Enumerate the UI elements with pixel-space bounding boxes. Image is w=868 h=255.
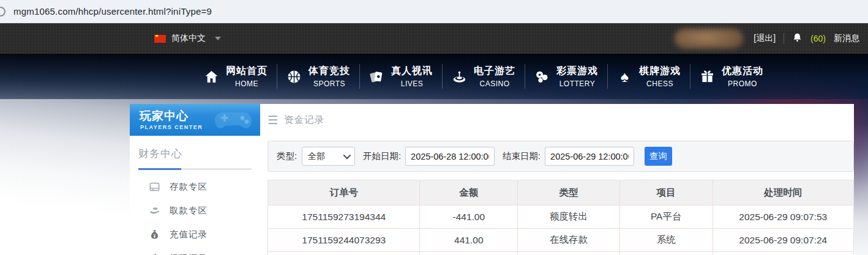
nav-item-promo[interactable]: 优惠活动PROMO [690,54,773,99]
col-header-order-no: 订单号 [268,180,420,205]
col-header-item: 项目 [620,180,713,205]
browser-url-bar[interactable]: mgm1065.com/hhcp/usercenter.html?iniType… [0,0,868,23]
players-center-subtitle: PLAYERS CENTER [140,124,203,130]
col-header-proc-time: 处理时间 [713,180,854,205]
page-title: 资金记录 [284,114,324,127]
wallet-icon [149,253,160,255]
username-redacted [675,28,743,49]
table-row: 1751159273194344 -441.00 额度转出 PA平台 2025-… [268,205,853,229]
cell-amount: 441.00 [420,229,518,252]
nav-label-zh: 棋牌游戏 [639,65,681,78]
language-label: 简体中文 [171,33,206,44]
table-header-row: 订单号 金额 类型 项目 处理时间 [268,180,853,205]
gamepad-watermark-icon [214,108,253,132]
chevron-down-icon [215,37,221,40]
section-underline [138,168,252,170]
nav-item-casino[interactable]: 电子游艺CASINO [443,54,525,99]
end-date-label: 结束日期: [503,150,541,162]
cell-order-no: 1751159273194344 [268,205,420,229]
divider [784,33,784,44]
type-select[interactable]: 全部 [302,147,355,166]
nav-item-lives[interactable]: 真人视讯LIVES [360,54,442,99]
nav-item-lottery[interactable]: 彩票游戏LOTTERY [525,54,607,99]
sidebar-item-deposit-zone[interactable]: 存款专区 [130,175,260,199]
url-text[interactable]: mgm1065.com/hhcp/usercenter.html?iniType… [13,6,212,17]
list-menu-icon: ☰ [268,114,278,126]
basketball-icon [286,69,302,84]
lottery-balls-icon [534,69,550,84]
sidebar-menu: 存款专区 取款专区 充值记录 [130,175,260,255]
query-button[interactable]: 查询 [645,147,672,166]
main-content: ☰ 资金记录 类型: 全部 开始日期: 结束日期: 查询 [268,104,854,255]
cell-order-no: 1751159244073293 [268,229,420,252]
chevron-down-icon [343,152,351,160]
nav-label-en: PROMO [728,79,757,88]
cards-icon [369,69,384,84]
table-row-partial [268,252,853,255]
roulette-icon [452,69,467,84]
bell-icon[interactable] [792,32,803,45]
end-date-input[interactable] [545,147,634,166]
cell-item: PA平台 [620,205,713,229]
nav-label-zh: 彩票游戏 [556,65,598,78]
sidebar-item-withdrawal-records[interactable]: 提现记录 [130,246,260,255]
cell-item: 系统 [620,229,713,252]
nav-label-en: LIVES [401,79,424,88]
nav-label-en: SPORTS [313,79,345,88]
nav-label-en: CASINO [479,79,509,88]
language-switcher[interactable]: ★★ 简体中文 [154,23,221,54]
sidebar: 玩家中心 PLAYERS CENTER 财务中心 存款专区 [130,104,260,255]
finance-center-section: 财务中心 [130,136,260,170]
main-navbar: 网站首页HOME 体育竞技SPORTS 真人视讯LIVES [0,54,868,99]
nav-item-home[interactable]: 网站首页HOME [195,54,277,99]
type-select-value: 全部 [308,151,325,162]
message-label[interactable]: 新消息 [834,33,859,44]
screen: mgm1065.com/hhcp/usercenter.html?iniType… [0,0,868,255]
filter-bar: 类型: 全部 开始日期: 结束日期: 查询 [268,141,854,172]
sidebar-item-label: 充值记录 [170,229,208,240]
content-panel: 玩家中心 PLAYERS CENTER 财务中心 存款专区 [130,104,854,255]
deposit-card-icon [149,181,160,193]
players-center-header[interactable]: 玩家中心 PLAYERS CENTER [130,104,260,136]
start-date-label: 开始日期: [363,150,401,162]
nav-label-zh: 真人视讯 [391,65,433,78]
type-label: 类型: [277,150,297,162]
cell-amount: -441.00 [420,205,518,229]
cell-type: 在线存款 [518,229,620,252]
nav-label-en: CHESS [646,79,673,88]
sidebar-item-label: 提现记录 [170,253,208,255]
money-bag-icon [149,229,160,240]
logout-link[interactable]: [退出] [754,33,776,44]
china-flag-icon: ★★ [154,35,166,43]
spade-icon: ♠ [617,69,632,84]
sidebar-item-label: 取款专区 [170,205,208,216]
message-count[interactable]: (60) [810,34,826,43]
sidebar-item-label: 存款专区 [170,181,208,193]
breadcrumb: ☰ 资金记录 [268,108,854,132]
start-date-input[interactable] [405,147,495,166]
nav-item-chess[interactable]: ♠ 棋牌游戏CHESS [608,54,690,99]
cell-type: 额度转出 [518,205,620,229]
nav-label-zh: 体育竞技 [309,65,350,78]
nav-label-en: LOTTERY [559,79,596,88]
nav-label-zh: 电子游艺 [474,65,515,78]
sidebar-item-withdraw-zone[interactable]: 取款专区 [130,199,260,223]
col-header-amount: 金额 [420,180,518,205]
topbar-right-group: [退出] (60) 新消息 [675,23,859,54]
table-row: 1751159244073293 441.00 在线存款 系统 2025-06-… [268,229,853,252]
funds-table: 订单号 金额 类型 项目 处理时间 1751159273194344 -441.… [268,180,854,255]
cell-proc-time: 2025-06-29 09:07:24 [713,229,854,252]
nav-item-sports[interactable]: 体育竞技SPORTS [277,54,359,99]
col-header-type: 类型 [518,180,620,205]
finance-center-label: 财务中心 [138,147,252,161]
sidebar-item-recharge-records[interactable]: 充值记录 [130,223,260,246]
players-center-title: 玩家中心 [140,108,189,124]
nav-label-zh: 优惠活动 [722,65,763,78]
nav-label-en: HOME [235,79,258,88]
gift-icon [700,69,715,84]
account-topbar: ★★ 简体中文 [退出] (60) 新消息 [0,23,868,54]
site-info-icon [0,7,6,17]
cell-proc-time: 2025-06-29 09:07:53 [713,205,854,229]
home-icon [204,69,219,84]
withdraw-hand-icon [149,205,160,216]
